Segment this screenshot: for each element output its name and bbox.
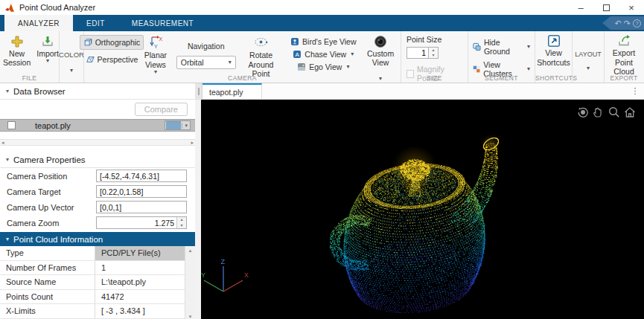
ego-view-button[interactable]: Ego View ▾ bbox=[297, 61, 349, 72]
stepper-up-icon: ▴ bbox=[180, 217, 182, 222]
maximize-button[interactable] bbox=[593, 0, 619, 15]
viewport-toolbar bbox=[576, 106, 637, 119]
left-panel: ▾ Data Browser Compare teapot.ply ▾ ◂ ▸ bbox=[0, 83, 195, 319]
pan-hand-tool-icon[interactable] bbox=[592, 106, 605, 119]
camera-up-vector-input[interactable] bbox=[96, 201, 187, 213]
titlebar: Point Cloud Analyzer – × bbox=[0, 0, 644, 15]
camera-target-row: Camera Target bbox=[0, 184, 195, 199]
navigation-label: Navigation bbox=[188, 42, 225, 51]
zoom-tool-icon[interactable] bbox=[608, 106, 621, 119]
viewport: Z Y X bbox=[201, 100, 644, 319]
size-section-label: SIZE bbox=[401, 74, 468, 82]
table-row: X-Limits [ -3 , 3.434 ] bbox=[0, 304, 195, 319]
ribbon-toolbar: New Session Import ▾ FILE COLOR ▾ bbox=[0, 31, 644, 83]
axis-triad: Z Y X bbox=[201, 257, 253, 298]
section-segment: Hide Ground ▾ View Clusters ▾ SEGMENT bbox=[468, 31, 535, 83]
camera-zoom-input[interactable] bbox=[96, 216, 187, 229]
item-name: teapot.ply bbox=[22, 121, 159, 130]
point-cloud-information-table: Type PCD/PLY File(s) Number Of Frames 1 … bbox=[0, 246, 195, 319]
maximize-icon bbox=[603, 4, 610, 11]
axis-x-label: X bbox=[244, 271, 249, 279]
tab-measurement[interactable]: MEASUREMENT bbox=[118, 15, 207, 31]
point-size-input[interactable] bbox=[407, 47, 429, 59]
export-point-cloud-button[interactable]: Export Point Cloud EXPORT bbox=[605, 31, 643, 83]
view-shortcuts-icon bbox=[547, 34, 561, 48]
navigation-select[interactable]: Orbital ▾ bbox=[176, 56, 236, 69]
camera-target-input[interactable] bbox=[96, 185, 187, 198]
tab-edit[interactable]: EDIT bbox=[73, 15, 118, 31]
tab-analyzer[interactable]: ANALYZER bbox=[4, 15, 73, 31]
custom-view-lens-icon bbox=[374, 35, 387, 48]
perspective-icon bbox=[86, 55, 95, 64]
stepper-up-icon: ▴ bbox=[432, 48, 434, 53]
vertical-scrollbar[interactable]: ▴ ▾ bbox=[185, 246, 195, 319]
window-title: Point Cloud Analyzer bbox=[19, 3, 568, 12]
hide-ground-button[interactable]: Hide Ground ▾ bbox=[473, 38, 532, 56]
undo-icon[interactable]: ↶ bbox=[615, 19, 622, 28]
segment-section-label: SEGMENT bbox=[468, 74, 535, 82]
swatch-dropdown-icon: ▾ bbox=[182, 123, 190, 129]
navigation-dropdown-icon: ▾ bbox=[229, 59, 232, 65]
orthographic-toggle[interactable]: Orthographic bbox=[80, 35, 144, 50]
scroll-left-icon[interactable]: ◂ bbox=[1, 140, 4, 145]
axis-y-label: Y bbox=[201, 271, 205, 279]
svg-text:Y: Y bbox=[154, 44, 158, 49]
stepper-down-icon: ▾ bbox=[180, 223, 182, 228]
compare-button[interactable]: Compare bbox=[135, 103, 188, 116]
camera-properties-header[interactable]: ▾ Camera Properties bbox=[0, 152, 195, 168]
ribbon-tab-bar: ANALYZER EDIT MEASUREMENT ↶ ↷ ? bbox=[0, 15, 644, 31]
close-button[interactable]: × bbox=[619, 0, 644, 15]
scroll-down-icon[interactable]: ▾ bbox=[189, 314, 192, 319]
help-icon[interactable]: ? bbox=[633, 19, 641, 28]
panel-splitter[interactable] bbox=[195, 100, 201, 319]
birds-eye-view-icon bbox=[290, 37, 299, 46]
birds-eye-view-button[interactable]: Bird's Eye View bbox=[290, 36, 356, 47]
data-browser-title: Data Browser bbox=[13, 87, 66, 96]
camera-position-input[interactable] bbox=[96, 170, 187, 182]
collapse-icon: ▾ bbox=[6, 88, 9, 94]
table-row: Type PCD/PLY File(s) bbox=[0, 246, 195, 261]
minimize-button[interactable]: – bbox=[568, 0, 593, 15]
point-cloud-list-item[interactable]: teapot.ply ▾ bbox=[0, 119, 195, 132]
point-cloud-information-title: Point Cloud Information bbox=[13, 235, 103, 244]
redo-icon[interactable]: ↷ bbox=[624, 19, 631, 28]
tab-options-kebab-icon[interactable]: ⋮ bbox=[626, 83, 644, 99]
scroll-up-icon[interactable]: ▴ bbox=[189, 248, 192, 253]
view-shortcuts-button[interactable]: View Shortcuts SHORTCUTS bbox=[535, 31, 573, 83]
home-tool-icon[interactable] bbox=[623, 106, 637, 119]
chase-view-button[interactable]: A Chase View ▾ bbox=[293, 48, 354, 59]
planar-views-axes-icon: Y X bbox=[147, 34, 163, 50]
panel-splitter-grip[interactable] bbox=[195, 83, 203, 99]
rotate-tool-icon[interactable] bbox=[576, 106, 590, 119]
point-cloud-canvas[interactable] bbox=[201, 100, 644, 319]
section-camera: Orthographic Perspective Y X bbox=[84, 31, 401, 83]
layout-dropdown-icon: ▾ bbox=[587, 65, 590, 71]
chase-view-dropdown-icon: ▾ bbox=[351, 51, 354, 57]
data-browser-header[interactable]: ▾ Data Browser bbox=[0, 83, 195, 100]
quick-access-toolbar: ↶ ↷ ? bbox=[602, 16, 644, 30]
viewport-tabstrip: teapot.ply ⋮ bbox=[195, 83, 644, 100]
camera-zoom-stepper[interactable]: ▴ ▾ bbox=[176, 217, 186, 228]
point-size-stepper[interactable]: ▴ ▾ bbox=[429, 47, 439, 59]
item-checkbox[interactable] bbox=[7, 121, 16, 129]
point-cloud-information-header[interactable]: ▾ Point Cloud Information bbox=[0, 232, 195, 246]
horizontal-scrollbar[interactable]: ◂ ▸ bbox=[0, 139, 195, 146]
camera-position-row: Camera Position bbox=[0, 168, 195, 184]
export-icon bbox=[617, 34, 631, 48]
viewport-tab-teapot[interactable]: teapot.ply bbox=[203, 83, 262, 99]
view-clusters-icon bbox=[473, 65, 480, 74]
hide-ground-dropdown-icon: ▾ bbox=[527, 44, 530, 50]
import-dropdown-icon: ▾ bbox=[46, 58, 49, 64]
camera-section-label: CAMERA bbox=[84, 74, 401, 82]
stepper-down-icon: ▾ bbox=[432, 53, 434, 58]
ego-view-icon bbox=[297, 62, 306, 71]
new-session-plus-icon bbox=[10, 35, 24, 48]
perspective-toggle[interactable]: Perspective bbox=[82, 52, 142, 67]
table-row: Number Of Frames 1 bbox=[0, 261, 195, 276]
scroll-right-icon[interactable]: ▸ bbox=[191, 140, 194, 145]
item-color-picker[interactable]: ▾ bbox=[165, 120, 191, 130]
layout-button[interactable]: LAYOUT ▾ bbox=[573, 31, 605, 83]
ego-view-dropdown-icon: ▾ bbox=[346, 64, 349, 70]
view-clusters-dropdown-icon: ▾ bbox=[527, 66, 530, 72]
rotate-around-point-icon bbox=[253, 34, 269, 50]
